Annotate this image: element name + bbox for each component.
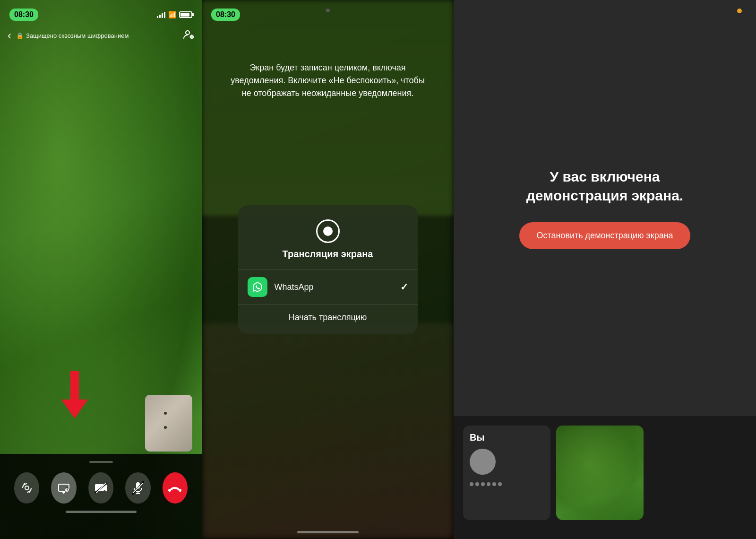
self-thumbnail-card: Вы xyxy=(463,426,550,520)
svg-point-0 xyxy=(186,31,189,35)
call-controls-bar xyxy=(0,454,202,539)
encryption-label: 🔒 Защищено сквозным шифрованием xyxy=(16,32,129,39)
mute-button[interactable] xyxy=(125,472,150,504)
end-call-button[interactable] xyxy=(163,472,188,504)
svg-line-9 xyxy=(95,483,107,493)
battery-icon xyxy=(179,11,192,18)
red-arrow-indicator xyxy=(61,371,88,418)
top-nav: ‹ 🔒 Защищено сквозным шифрованием xyxy=(0,24,202,47)
lock-icon: 🔒 xyxy=(16,32,24,39)
stop-share-label: Остановить демонстрацию экрана xyxy=(536,231,673,240)
record-dot xyxy=(323,226,333,236)
battery-fill xyxy=(180,13,189,17)
remote-video-feed xyxy=(556,426,644,520)
signal-bar-2 xyxy=(159,15,161,18)
stop-share-button[interactable]: Остановить демонстрацию экрана xyxy=(519,222,690,249)
modal-header: Трансляция экрана xyxy=(238,205,418,270)
start-broadcast-label: Начать трансляцию xyxy=(289,313,367,322)
mini-camera-inner xyxy=(145,395,192,452)
signal-bar-1 xyxy=(157,16,158,18)
signal-bar-3 xyxy=(162,13,163,18)
whatsapp-label: WhatsApp xyxy=(275,282,393,292)
svg-line-13 xyxy=(133,482,143,494)
status-bar-1: 08:30 📶 xyxy=(0,0,202,24)
status-time-1: 08:30 xyxy=(9,9,38,21)
panel3-screen-sharing: У вас включенадемонстрация экрана. Остан… xyxy=(454,0,756,539)
audio-dot-4 xyxy=(487,482,490,486)
notification-dot xyxy=(326,9,330,12)
broadcast-modal: Трансляция экрана WhatsApp ✓ Начать тран… xyxy=(238,205,418,334)
audio-dot-1 xyxy=(470,482,473,486)
handle-bar xyxy=(89,461,113,463)
main-content-area: У вас включенадемонстрация экрана. Остан… xyxy=(454,0,756,416)
self-avatar xyxy=(470,449,496,475)
cam-dot-2 xyxy=(164,426,167,429)
thumbnail-bar: Вы xyxy=(454,416,756,539)
home-indicator-2 xyxy=(297,531,359,533)
status-icons-1: 📶 xyxy=(157,11,192,18)
audio-indicator xyxy=(470,482,544,486)
panel2-trees-bg xyxy=(202,0,454,216)
camera-off-button[interactable] xyxy=(88,472,113,504)
panel2-bottom-bg xyxy=(202,323,454,539)
controls-row xyxy=(0,472,202,504)
remote-thumbnail-card xyxy=(556,426,644,520)
home-indicator-1 xyxy=(66,511,137,513)
warning-text: Экран будет записан целиком, включая уве… xyxy=(202,61,454,100)
contact-icon[interactable] xyxy=(183,29,194,43)
self-thumbnail-label: Вы xyxy=(470,432,544,443)
panel1-call-screen: 08:30 📶 ‹ 🔒 Защищено сквозным шифрование… xyxy=(0,0,202,539)
arrow-head xyxy=(61,400,88,418)
panel2-recording-dialog: 08:30 Экран будет записан целиком, включ… xyxy=(202,0,454,539)
modal-title: Трансляция экрана xyxy=(283,249,373,260)
svg-point-4 xyxy=(25,486,29,490)
status-time-2: 08:30 xyxy=(211,9,240,21)
cam-dot-1 xyxy=(164,412,167,415)
record-icon-container xyxy=(316,219,340,243)
audio-dot-2 xyxy=(475,482,479,486)
status-bar-2: 08:30 xyxy=(202,0,454,24)
audio-dot-6 xyxy=(498,482,502,486)
signal-bar-4 xyxy=(164,12,165,18)
audio-dot-5 xyxy=(492,482,496,486)
screen-share-title: У вас включенадемонстрация экрана. xyxy=(526,167,683,206)
audio-dot-3 xyxy=(481,482,485,486)
camera-off-icon xyxy=(94,482,108,494)
mini-camera-view xyxy=(145,395,192,452)
flip-camera-button[interactable] xyxy=(14,472,39,504)
back-button[interactable]: ‹ xyxy=(8,29,11,42)
whatsapp-app-icon xyxy=(248,277,267,297)
mute-icon xyxy=(132,481,144,495)
checkmark-icon: ✓ xyxy=(400,281,408,293)
start-broadcast-button[interactable]: Начать трансляцию xyxy=(238,305,418,330)
wifi-icon: 📶 xyxy=(168,11,176,18)
arrow-shaft xyxy=(70,371,79,400)
signal-icon xyxy=(157,11,165,18)
app-selection-row[interactable]: WhatsApp ✓ xyxy=(238,270,418,305)
screen-share-button[interactable] xyxy=(51,472,76,504)
